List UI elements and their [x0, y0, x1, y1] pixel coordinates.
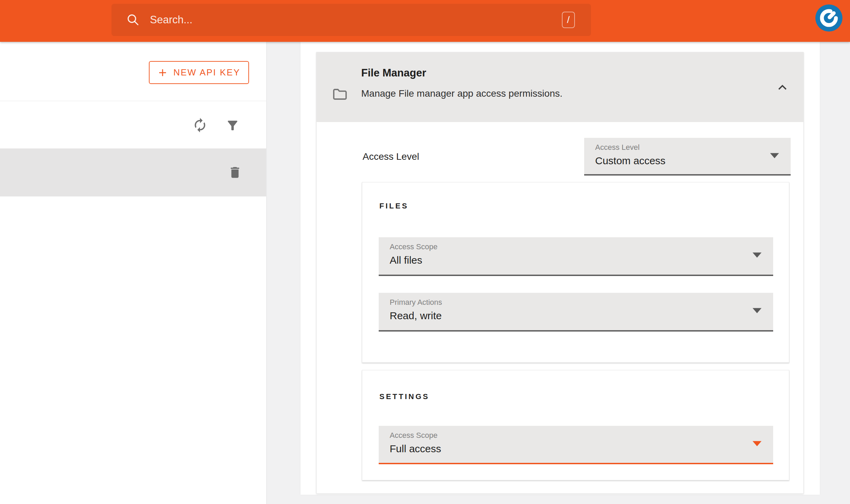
trash-icon — [228, 165, 242, 180]
file-manager-card: File Manager Manage File manager app acc… — [316, 52, 804, 494]
primary-actions-value: Read, write — [390, 310, 442, 322]
chevron-down-icon — [753, 308, 762, 313]
access-level-dropdown[interactable]: Access Level Custom access — [584, 138, 791, 176]
access-level-row-label: Access Level — [363, 151, 419, 162]
new-api-key-button[interactable]: NEW API KEY — [149, 61, 249, 84]
access-level-dropdown-value: Custom access — [595, 155, 665, 167]
sidebar-divider — [0, 101, 266, 101]
chevron-down-icon — [770, 153, 779, 158]
chevron-up-icon — [775, 81, 790, 95]
app-root: / NEW API KEY — [0, 0, 850, 504]
file-manager-subtitle: Manage File manager app access permissio… — [361, 88, 563, 99]
collapse-section-button[interactable] — [775, 81, 790, 95]
search-bar[interactable]: / — [111, 4, 591, 36]
primary-actions-label: Primary Actions — [390, 298, 442, 307]
settings-access-scope-label: Access Scope — [390, 431, 437, 440]
settings-permissions-group: SETTINGS Access Scope Full access — [362, 370, 789, 480]
file-manager-title: File Manager — [361, 67, 426, 79]
search-icon — [126, 13, 140, 27]
folder-icon — [332, 86, 348, 103]
files-permissions-group: FILES Access Scope All files Primary Act… — [362, 182, 789, 363]
files-access-scope-dropdown[interactable]: Access Scope All files — [379, 237, 773, 276]
filter-icon — [225, 118, 240, 133]
chevron-down-icon — [753, 252, 762, 258]
files-group-title: FILES — [379, 202, 409, 211]
plus-icon — [157, 68, 168, 78]
filter-button[interactable] — [225, 118, 240, 133]
search-shortcut-badge: / — [562, 12, 575, 28]
permissions-panel: File Manager Manage File manager app acc… — [300, 42, 820, 495]
delete-api-key-button[interactable] — [228, 165, 242, 180]
files-access-scope-value: All files — [390, 254, 422, 266]
api-keys-sidebar: NEW API KEY — [0, 42, 266, 504]
search-input[interactable] — [150, 10, 591, 30]
chevron-down-icon — [753, 441, 762, 446]
file-manager-card-header[interactable]: File Manager Manage File manager app acc… — [317, 52, 803, 122]
refresh-button[interactable] — [192, 117, 208, 133]
refresh-icon — [192, 117, 208, 133]
settings-access-scope-dropdown[interactable]: Access Scope Full access — [379, 426, 773, 464]
top-app-bar: / — [0, 0, 850, 42]
new-api-key-label: NEW API KEY — [173, 67, 240, 78]
primary-actions-dropdown[interactable]: Primary Actions Read, write — [379, 293, 773, 332]
files-access-scope-label: Access Scope — [390, 242, 437, 251]
settings-group-title: SETTINGS — [379, 392, 429, 401]
settings-access-scope-value: Full access — [390, 443, 441, 455]
gravatar-logo-icon[interactable] — [815, 4, 842, 32]
access-level-dropdown-label: Access Level — [595, 143, 640, 152]
api-key-selected-row[interactable] — [0, 148, 266, 196]
